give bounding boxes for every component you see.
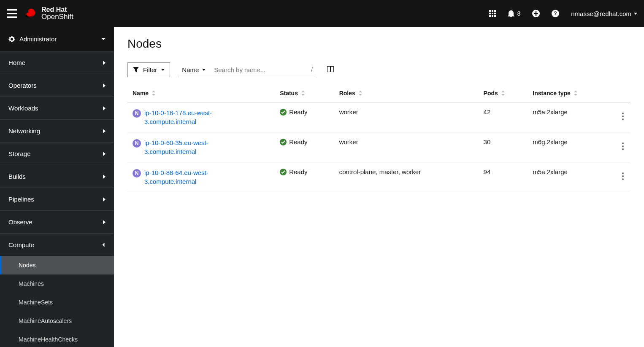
nav-item-compute[interactable]: Compute: [0, 234, 114, 256]
nav-item-operators[interactable]: Operators: [0, 74, 114, 97]
search-attribute-label: Name: [182, 66, 199, 73]
nav-item-label: Workloads: [8, 105, 38, 112]
sub-nav-item-machinehealthchecks[interactable]: MachineHealthChecks: [0, 330, 114, 347]
nav-toggle-button[interactable]: [7, 9, 17, 18]
toolbar: Filter Name /: [127, 62, 630, 77]
nav-item-label: Networking: [8, 127, 40, 134]
bell-icon: [508, 10, 514, 17]
table-row: Nip-10-0-88-64.eu-west-3.compute.interna…: [127, 162, 630, 192]
svg-rect-3: [489, 13, 491, 14]
import-button[interactable]: [532, 10, 540, 17]
search-input[interactable]: [210, 63, 307, 77]
pods-cell: 30: [479, 132, 528, 162]
column-header-instance-type[interactable]: Instance type: [528, 85, 614, 102]
roles-cell: worker: [334, 132, 479, 162]
chevron-right-icon: [103, 152, 106, 156]
brand-logo[interactable]: Red Hat OpenShift: [24, 6, 73, 21]
nav-item-label: Home: [8, 59, 25, 66]
filter-icon: [133, 67, 139, 73]
product-name: OpenShift: [41, 13, 73, 21]
roles-cell: control-plane, master, worker: [334, 162, 479, 192]
notifications-button[interactable]: 8: [508, 10, 520, 17]
nav-item-storage[interactable]: Storage: [0, 143, 114, 165]
node-link[interactable]: ip-10-0-16-178.eu-west-3.compute.interna…: [144, 108, 216, 126]
caret-down-icon: [634, 13, 637, 15]
check-circle-icon: [280, 139, 287, 145]
nav-item-observe[interactable]: Observe: [0, 211, 114, 233]
app-launcher-button[interactable]: [489, 10, 496, 17]
pods-cell: 42: [479, 102, 528, 132]
kebab-menu-button[interactable]: [620, 171, 625, 182]
sub-nav-item-machines[interactable]: Machines: [0, 274, 114, 293]
node-link[interactable]: ip-10-0-88-64.eu-west-3.compute.internal: [144, 168, 216, 186]
status-text: Ready: [289, 138, 307, 145]
filter-button[interactable]: Filter: [127, 62, 170, 77]
user-name: nmasse@redhat.com: [571, 10, 631, 17]
sort-icon: [152, 90, 155, 97]
caret-down-icon: [161, 69, 165, 71]
svg-rect-2: [494, 10, 496, 12]
nav-item-label: Operators: [8, 82, 37, 89]
question-circle-icon: ?: [552, 10, 559, 17]
svg-rect-1: [492, 10, 493, 12]
svg-rect-8: [494, 15, 496, 17]
search-group: Name /: [178, 63, 317, 77]
chevron-right-icon: [103, 129, 106, 133]
sub-nav-item-machineautoscalers[interactable]: MachineAutoscalers: [0, 312, 114, 330]
grid-icon: [489, 10, 496, 17]
sort-icon: [574, 90, 577, 97]
brand-text: Red Hat OpenShift: [41, 6, 73, 21]
sub-nav-item-machinesets[interactable]: MachineSets: [0, 293, 114, 312]
svg-rect-6: [489, 15, 491, 17]
status-text: Ready: [289, 168, 307, 175]
chevron-right-icon: [103, 197, 106, 202]
node-resource-badge: N: [133, 169, 141, 178]
column-header-actions: [614, 85, 630, 102]
main-content: Nodes Filter Name / NameStatusRolesPodsI…: [114, 27, 644, 347]
sidebar: Administrator HomeOperatorsWorkloadsNetw…: [0, 27, 114, 347]
perspective-label: Administrator: [19, 35, 57, 43]
svg-rect-7: [492, 15, 493, 17]
chevron-right-icon: [103, 61, 106, 65]
chevron-right-icon: [103, 106, 106, 110]
nav-item-label: Storage: [8, 150, 31, 157]
node-resource-badge: N: [133, 109, 141, 118]
page-title: Nodes: [127, 37, 630, 51]
instance-type-cell: m5a.2xlarge: [528, 102, 614, 132]
nav-item-builds[interactable]: Builds: [0, 165, 114, 188]
table-row: Nip-10-0-60-35.eu-west-3.compute.interna…: [127, 132, 630, 162]
manage-columns-button[interactable]: [325, 64, 336, 76]
roles-cell: worker: [334, 102, 479, 132]
sort-icon: [301, 90, 305, 97]
kebab-menu-button[interactable]: [620, 141, 625, 152]
perspective-switcher[interactable]: Administrator: [0, 27, 114, 51]
node-resource-badge: N: [133, 139, 141, 148]
chevron-right-icon: [103, 83, 106, 88]
nav-item-label: Observe: [8, 218, 32, 226]
column-header-pods[interactable]: Pods: [479, 85, 528, 102]
column-header-status[interactable]: Status: [275, 85, 334, 102]
sub-nav-item-nodes[interactable]: Nodes: [0, 256, 114, 274]
nodes-table: NameStatusRolesPodsInstance type Nip-10-…: [127, 85, 630, 192]
user-menu[interactable]: nmasse@redhat.com: [571, 10, 637, 17]
kebab-menu-button[interactable]: [620, 111, 625, 122]
column-header-roles[interactable]: Roles: [334, 85, 479, 102]
nav-item-pipelines[interactable]: Pipelines: [0, 188, 114, 210]
nav-item-label: Compute: [8, 241, 34, 248]
sort-icon: [359, 90, 362, 97]
column-header-name[interactable]: Name: [127, 85, 275, 102]
plus-circle-icon: [532, 10, 540, 17]
filter-label: Filter: [143, 66, 157, 73]
cog-icon: [8, 36, 15, 43]
help-button[interactable]: ?: [552, 10, 559, 17]
sort-icon: [501, 90, 505, 97]
chevron-right-icon: [103, 220, 106, 224]
search-attribute-select[interactable]: Name: [178, 63, 210, 77]
nav-item-workloads[interactable]: Workloads: [0, 97, 114, 119]
nav-item-networking[interactable]: Networking: [0, 120, 114, 142]
node-link[interactable]: ip-10-0-60-35.eu-west-3.compute.internal: [144, 138, 216, 156]
nav-item-home[interactable]: Home: [0, 51, 114, 74]
columns-icon: [327, 66, 334, 72]
caret-down-icon: [101, 38, 106, 40]
nav-item-label: Pipelines: [8, 196, 34, 203]
